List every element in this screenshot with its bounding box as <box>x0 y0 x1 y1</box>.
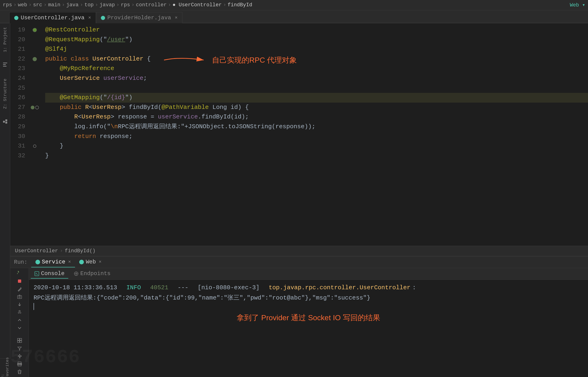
breadcrumb-item-active: findById <box>228 2 252 8</box>
download-icon <box>17 302 22 307</box>
svg-rect-18 <box>17 338 19 340</box>
text-cursor <box>34 303 34 310</box>
token: +JSONObject.toJSONString(response)); <box>184 122 315 132</box>
svg-point-9 <box>31 106 35 109</box>
tab-close-button[interactable]: × <box>175 15 178 21</box>
token: public <box>60 103 85 112</box>
svg-point-11 <box>33 145 36 148</box>
print-button[interactable] <box>15 361 24 367</box>
java-file-icon <box>101 16 105 20</box>
sidebar-project-label[interactable]: 1: Project <box>3 25 7 54</box>
run-tab-service[interactable]: Service × <box>31 257 75 267</box>
gutter-cell <box>29 132 40 141</box>
gutter: 🌿 <box>29 23 40 246</box>
token: < <box>78 112 82 122</box>
scroll-up-button[interactable] <box>15 317 24 324</box>
gutter-cell <box>29 93 40 103</box>
console-tab-label: Console <box>41 271 64 277</box>
tab-label: UserController.java <box>21 15 85 21</box>
left-sidebar: 1: Project Z: Structure <box>0 23 10 377</box>
code-line-29: log.info("\nRPC远程调用返回结果:"+JSONObject.toJ… <box>45 122 588 132</box>
log-timestamp: 2020-10-18 11:33:36.513 <box>34 283 117 293</box>
sidebar-structure-icon[interactable] <box>1 60 9 69</box>
svg-rect-4 <box>5 119 7 121</box>
token: return <box>74 132 96 141</box>
line-number: 20 <box>10 35 25 45</box>
stop-button[interactable] <box>15 278 24 285</box>
code-content[interactable]: @RestController @RequestMapping("/user")… <box>40 23 588 246</box>
java-file-icon <box>14 16 18 20</box>
line-number: 27 <box>10 103 25 112</box>
svg-point-25 <box>21 364 21 365</box>
tab-close-button[interactable]: × <box>88 15 91 21</box>
breadcrumb-sep: › <box>60 248 63 254</box>
pin-button[interactable] <box>15 353 24 360</box>
gutter-cell <box>29 151 40 161</box>
code-line-24: UserService userService; <box>45 73 588 83</box>
token: ; <box>143 73 147 83</box>
tab-providerholder[interactable]: ProviderHolder.java × <box>96 12 183 23</box>
console-main: Console Endpoints 2020 <box>29 268 588 377</box>
svg-point-10 <box>36 106 39 109</box>
download-button[interactable] <box>15 301 24 308</box>
edit-button[interactable] <box>15 285 24 293</box>
trash-button[interactable] <box>15 368 24 375</box>
spacer <box>263 283 267 293</box>
bottom-panel-body: Console Endpoints 2020 <box>10 268 588 377</box>
breadcrumb-bar: rps › web › src › main › java › top › ja… <box>0 0 588 10</box>
line-number: 29 <box>10 122 25 132</box>
svg-rect-1 <box>3 64 6 65</box>
camera-button[interactable] <box>15 294 24 300</box>
gutter-cell <box>29 103 40 112</box>
ant-icon <box>17 310 22 315</box>
line-number: 32 <box>10 151 25 161</box>
token: ") <box>125 35 132 45</box>
console-tab-endpoints[interactable]: Endpoints <box>70 269 114 279</box>
file-tab-bar: UserController.java × ProviderHolder.jav… <box>0 10 588 23</box>
filter-button[interactable] <box>15 345 24 352</box>
breadcrumb-separator: › <box>28 2 31 8</box>
token: @Slf4j <box>45 45 67 54</box>
editor-bottom-wrapper: 19 20 21 22 23 24 25 26 27 28 29 30 31 3… <box>10 23 588 377</box>
code-line-25 <box>45 83 588 93</box>
console-output: 2020-10-18 11:33:36.513 INFO 40521 --- [… <box>29 280 588 377</box>
breadcrumb-item: controller <box>136 2 167 8</box>
sidebar-icon-2[interactable] <box>1 117 9 126</box>
run-tab-service-close[interactable]: × <box>68 259 71 265</box>
token: < <box>89 103 92 112</box>
restart-button[interactable] <box>15 270 24 277</box>
endpoints-icon <box>74 271 78 276</box>
token: @RequestMapping <box>45 35 100 45</box>
token: @MyRpcReference <box>60 64 114 73</box>
breadcrumb-item: main <box>48 2 60 8</box>
token: @RestController <box>45 25 100 35</box>
code-line-23: @MyRpcReference <box>45 64 588 73</box>
token <box>45 64 60 73</box>
line-number: 26 <box>10 93 25 103</box>
sidebar-z-structure-label[interactable]: Z: Structure <box>3 77 7 111</box>
spring-icon: 🌿 <box>32 27 37 33</box>
breadcrumb-right: Web ▾ <box>570 2 585 8</box>
run-tab-web-close[interactable]: × <box>99 259 102 265</box>
spacer <box>121 283 125 293</box>
svg-rect-19 <box>20 338 22 340</box>
debug-icon <box>35 106 39 109</box>
svg-rect-20 <box>17 341 19 342</box>
token: UserService <box>60 73 100 83</box>
tab-usercontroller[interactable]: UserController.java × <box>9 12 96 23</box>
console-tab-console[interactable]: Console <box>31 269 68 279</box>
grid-button[interactable] <box>15 337 24 344</box>
code-editor[interactable]: 19 20 21 22 23 24 25 26 27 28 29 30 31 3… <box>10 23 588 256</box>
camera-icon <box>17 294 22 299</box>
breadcrumb-separator: › <box>131 2 135 8</box>
ant-button[interactable] <box>15 309 24 316</box>
token <box>45 93 60 103</box>
restart-icon <box>17 271 22 276</box>
run-tab-web[interactable]: Web × <box>75 257 106 267</box>
breakpoint-empty-icon <box>33 144 37 148</box>
scroll-down-button[interactable] <box>15 325 24 332</box>
breadcrumb-method: findById() <box>65 248 96 254</box>
log-colon: : <box>412 283 416 293</box>
spacer <box>145 283 148 293</box>
breadcrumb-item: java <box>66 2 78 8</box>
